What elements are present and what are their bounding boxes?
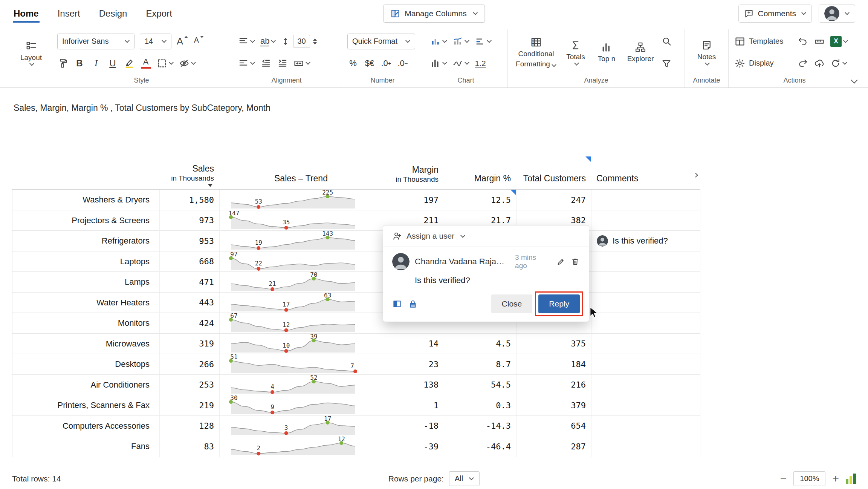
trend-cell[interactable]: 6317 — [220, 293, 383, 313]
decrease-font-button[interactable]: A — [193, 34, 205, 49]
format-panel-button[interactable] — [392, 299, 402, 309]
row-label[interactable]: Printers, Scanners & Fax — [12, 395, 160, 415]
margin-cell[interactable]: 23 — [383, 354, 444, 374]
row-label[interactable]: Fans — [12, 436, 160, 457]
customers-cell[interactable]: 379 — [517, 395, 591, 415]
display-button[interactable]: Display — [735, 58, 792, 69]
trend-cell[interactable]: 309 — [220, 395, 383, 415]
sales-cell[interactable]: 471 — [160, 272, 220, 292]
trend-cell[interactable]: 7021 — [220, 272, 383, 292]
rows-per-page-select[interactable]: All — [449, 471, 480, 486]
trend-cell[interactable]: 14735 — [220, 210, 383, 231]
row-height-stepper[interactable] — [313, 38, 317, 44]
margin-pct-cell[interactable]: 4.5 — [444, 334, 517, 354]
row-label[interactable]: Computers Accessories — [12, 416, 160, 436]
lock-comment-button[interactable] — [408, 299, 418, 309]
edit-comment-button[interactable] — [556, 257, 565, 266]
font-size-select[interactable]: 14 — [140, 34, 171, 49]
sales-cell[interactable]: 253 — [160, 375, 220, 395]
trend-cell[interactable]: 9722 — [220, 251, 383, 272]
wrap-text-button[interactable]: ab — [260, 34, 276, 49]
decrease-indent-button[interactable] — [260, 55, 272, 71]
row-label[interactable]: Lamps — [12, 272, 160, 292]
column-header-sales[interactable]: Sales in Thousands — [159, 156, 219, 189]
publish-button[interactable] — [814, 55, 825, 71]
comment-cell[interactable] — [591, 334, 701, 354]
sales-cell[interactable]: 219 — [160, 395, 220, 415]
tab-design[interactable]: Design — [98, 6, 128, 21]
column-header-margin[interactable]: Margin in Thousands — [383, 156, 444, 189]
customers-cell[interactable]: 216 — [517, 375, 591, 395]
format-painter-button[interactable] — [57, 55, 69, 71]
comment-cell[interactable] — [591, 313, 701, 333]
trend-cell[interactable]: 173 — [220, 416, 383, 436]
row-height-control[interactable]: 30 — [281, 35, 316, 48]
sales-cell[interactable]: 424 — [160, 313, 220, 333]
row-label[interactable]: Desktops — [12, 354, 160, 374]
zoom-in-button[interactable]: + — [832, 473, 839, 484]
layout-button[interactable]: Layout — [17, 40, 45, 66]
row-label[interactable]: Refrigerators — [12, 231, 160, 251]
sales-cell[interactable]: 128 — [160, 416, 220, 436]
customers-cell[interactable]: 654 — [517, 416, 591, 436]
row-label[interactable]: Microwaves — [12, 334, 160, 354]
increase-indent-button[interactable] — [277, 55, 288, 71]
assign-user-button[interactable]: Assign a user — [392, 231, 465, 241]
undo-button[interactable] — [797, 34, 808, 49]
sales-cell[interactable]: 973 — [160, 210, 220, 231]
templates-button[interactable]: Templates — [735, 36, 792, 47]
tab-home[interactable]: Home — [13, 6, 40, 21]
delete-comment-button[interactable] — [571, 257, 580, 266]
margin-pct-cell[interactable]: 12.5 — [444, 190, 517, 210]
comment-cell[interactable] — [591, 210, 701, 231]
merge-cells-button[interactable] — [293, 55, 310, 71]
trend-cell[interactable]: 14319 — [220, 231, 383, 251]
collapse-ribbon-button[interactable] — [850, 78, 857, 84]
customers-cell[interactable]: 287 — [517, 436, 591, 457]
redo-button[interactable] — [797, 55, 808, 71]
percent-format-button[interactable]: % — [347, 55, 359, 71]
row-label[interactable]: Laptops — [12, 251, 160, 272]
row-label[interactable]: Monitors — [12, 313, 160, 333]
top-n-button[interactable]: Top n — [593, 41, 620, 63]
explorer-button[interactable]: Explorer — [624, 41, 657, 63]
column-header-total-customers[interactable]: Total Customers — [516, 156, 591, 189]
margin-cell[interactable]: 1 — [383, 395, 444, 415]
customers-cell[interactable]: 375 — [517, 334, 591, 354]
customers-cell[interactable]: 184 — [517, 354, 591, 374]
underline-button[interactable]: U — [107, 55, 118, 71]
margin-pct-cell[interactable]: 54.5 — [444, 375, 517, 395]
export-excel-button[interactable]: X — [830, 34, 848, 49]
quick-format-select[interactable]: Quick Format — [347, 34, 415, 49]
comment-cell[interactable] — [591, 395, 701, 415]
ruler-button[interactable] — [814, 34, 825, 49]
comment-cell[interactable]: Is this verified? — [591, 231, 701, 251]
vertical-align-button[interactable] — [238, 34, 255, 49]
trend-cell[interactable]: 6712 — [220, 313, 383, 333]
trend-cell[interactable]: 517 — [220, 354, 383, 374]
sales-cell[interactable]: 266 — [160, 354, 220, 374]
comment-cell[interactable] — [591, 436, 701, 457]
comment-cell[interactable] — [591, 272, 701, 292]
chart-decimals-button[interactable]: 1.2 — [475, 55, 486, 71]
sales-cell[interactable]: 319 — [160, 334, 220, 354]
margin-cell[interactable]: 138 — [383, 375, 444, 395]
manage-columns-button[interactable]: Manage Columns — [383, 5, 485, 23]
italic-button[interactable]: I — [90, 55, 102, 71]
tab-export[interactable]: Export — [145, 6, 173, 21]
row-label[interactable]: Air Conditioners — [12, 375, 160, 395]
sales-cell[interactable]: 443 — [160, 293, 220, 313]
column-header-comments[interactable]: Comments — [591, 156, 700, 189]
sales-cell[interactable]: 953 — [160, 231, 220, 251]
sales-cell[interactable]: 1,580 — [160, 190, 220, 210]
scroll-columns-right-button[interactable] — [692, 170, 700, 180]
notes-button[interactable]: Notes — [691, 40, 722, 65]
comment-cell[interactable] — [591, 251, 701, 272]
column-chart-button[interactable] — [430, 55, 447, 71]
row-label[interactable]: Washers & Dryers — [12, 190, 160, 210]
conditional-formatting-button[interactable]: Conditional Formatting — [514, 37, 558, 68]
comment-cell[interactable] — [591, 375, 701, 395]
currency-format-button[interactable]: $€ — [364, 55, 375, 71]
sparkline-button[interactable] — [452, 55, 469, 71]
sales-cell[interactable]: 668 — [160, 251, 220, 272]
